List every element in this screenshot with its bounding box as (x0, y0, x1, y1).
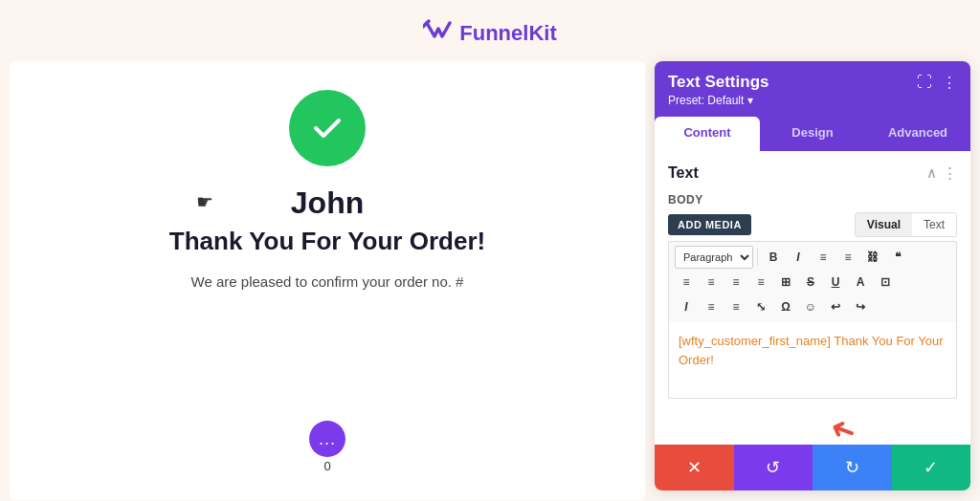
main-area: ☛ John Thank You For Your Order! We are … (0, 61, 980, 500)
tab-text[interactable]: Text (912, 213, 956, 236)
paste-as-text-button[interactable]: ⊡ (874, 271, 897, 294)
underline-button[interactable]: U (824, 271, 847, 294)
cancel-action-button[interactable]: ✕ (655, 445, 734, 490)
strikethrough-button[interactable]: S (799, 271, 822, 294)
indent-button[interactable]: ≡ (700, 295, 723, 318)
settings-panel: Text Settings ⛶ ⋮ Preset: Default ▾ Cont… (655, 61, 970, 490)
redo-action-button[interactable]: ↻ (813, 445, 892, 490)
more-options-icon[interactable]: ⋮ (942, 74, 957, 92)
section-header: Text ∧ ⋮ (668, 164, 957, 182)
tab-content[interactable]: Content (655, 117, 760, 151)
link-button[interactable]: ⛓ (861, 246, 884, 269)
align-center-button[interactable]: ≡ (700, 271, 723, 294)
undo-button[interactable]: ↩ (824, 295, 847, 318)
redo-button[interactable]: ↪ (849, 295, 872, 318)
emoji-button[interactable]: ☺ (799, 295, 822, 318)
logo-text: FunnelKit (459, 21, 556, 46)
tab-visual[interactable]: Visual (856, 213, 912, 236)
toolbar-row-2: ≡ ≡ ≡ ≡ ⊞ S U A ⊡ (675, 271, 950, 294)
outdent-button[interactable]: ≡ (724, 295, 747, 318)
panel-preset[interactable]: Preset: Default ▾ (668, 94, 957, 107)
editor-toolbar: Paragraph Heading 1 Heading 2 B I ≡ ≡ ⛓ … (668, 241, 957, 322)
logo: FunnelKit (423, 17, 556, 50)
editor-toolbar-top: ADD MEDIA Visual Text (668, 212, 957, 237)
toolbar-row-3: I ≡ ≡ ⤡ Ω ☺ ↩ ↪ (675, 295, 950, 318)
float-dot[interactable]: ... 0 (309, 421, 345, 473)
editor-text: [wfty_customer_first_name] Thank You For… (679, 332, 947, 369)
italic2-button[interactable]: I (675, 295, 698, 318)
logo-icon (423, 17, 454, 50)
paragraph-select[interactable]: Paragraph Heading 1 Heading 2 (675, 246, 753, 269)
special-chars-button[interactable]: Ω (774, 295, 797, 318)
italic-button[interactable]: I (787, 246, 810, 269)
panel-title-row: Text Settings ⛶ ⋮ (668, 73, 957, 92)
panel-body: Text ∧ ⋮ Body ADD MEDIA Visual Text (655, 151, 970, 445)
section-controls: ∧ ⋮ (926, 164, 957, 182)
panel-header-icons: ⛶ ⋮ (917, 74, 957, 92)
dot-label: 0 (309, 459, 345, 473)
action-bar: ✕ ↺ ↻ ✓ (655, 445, 970, 490)
check-circle (289, 90, 366, 166)
order-confirm-text: We are pleased to confirm your order no.… (191, 273, 464, 290)
align-right-button[interactable]: ≡ (724, 271, 747, 294)
confirm-action-button[interactable]: ✓ (892, 445, 971, 490)
align-left-button[interactable]: ≡ (675, 271, 698, 294)
section-more-icon[interactable]: ⋮ (943, 164, 957, 182)
undo-action-button[interactable]: ↺ (734, 445, 813, 490)
font-color-button[interactable]: A (849, 271, 872, 294)
shortcode-text: [wfty_customer_first_name] (679, 334, 831, 348)
cursor-icon: ☛ (196, 190, 213, 213)
tab-design[interactable]: Design (760, 117, 865, 151)
body-label: Body (668, 193, 957, 207)
align-justify-button[interactable]: ≡ (749, 271, 772, 294)
table-button[interactable]: ⊞ (774, 271, 797, 294)
bold-button[interactable]: B (762, 246, 785, 269)
collapse-icon[interactable]: ∧ (926, 164, 937, 182)
toolbar-divider-1 (757, 249, 758, 266)
unordered-list-button[interactable]: ≡ (812, 246, 835, 269)
tab-advanced[interactable]: Advanced (865, 117, 970, 151)
toolbar-row-1: Paragraph Heading 1 Heading 2 B I ≡ ≡ ⛓ … (675, 246, 950, 269)
purple-dot[interactable]: ... (309, 421, 345, 457)
fullscreen2-button[interactable]: ⤡ (749, 295, 772, 318)
canvas: ☛ John Thank You For Your Order! We are … (10, 61, 645, 500)
section-title: Text (668, 164, 699, 182)
ordered-list-button[interactable]: ≡ (836, 246, 859, 269)
panel-tabs: Content Design Advanced (655, 117, 970, 151)
editor-content[interactable]: [wfty_customer_first_name] Thank You For… (668, 322, 957, 399)
visual-text-tabs: Visual Text (855, 212, 957, 237)
header: FunnelKit (0, 0, 980, 61)
customer-name: John (291, 185, 364, 221)
fullscreen-icon[interactable]: ⛶ (917, 74, 932, 91)
panel-title: Text Settings (668, 73, 768, 92)
blockquote-button[interactable]: ❝ (886, 246, 909, 269)
panel-header: Text Settings ⛶ ⋮ Preset: Default ▾ (655, 61, 970, 117)
add-media-button[interactable]: ADD MEDIA (668, 214, 751, 235)
thank-you-text: Thank You For Your Order! (169, 227, 485, 256)
